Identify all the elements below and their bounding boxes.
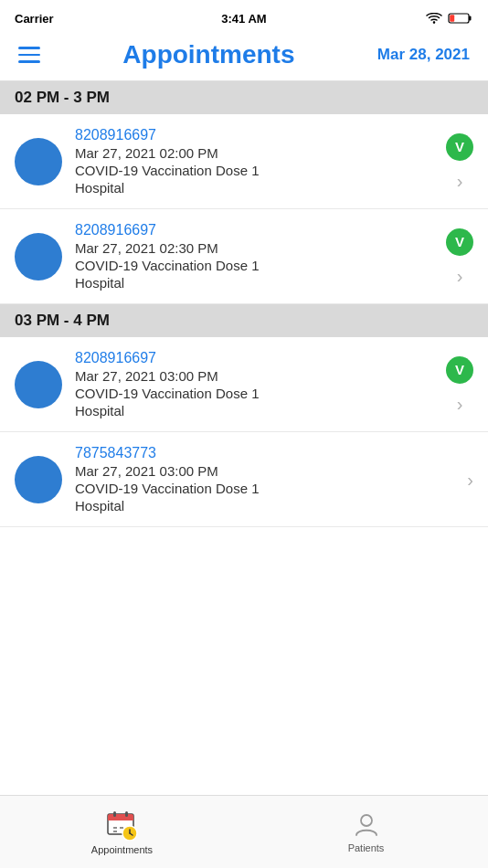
v-badge: V — [446, 133, 473, 161]
appointment-info: 7875843773 Mar 27, 2021 03:00 PM COVID-1… — [75, 445, 458, 513]
page-title: Appointments — [122, 40, 294, 69]
appointment-item[interactable]: 7875843773 Mar 27, 2021 03:00 PM COVID-1… — [0, 432, 488, 527]
carrier-label: Carrier — [15, 12, 54, 26]
avatar — [15, 361, 62, 408]
tab-appointments-label: Appointments — [91, 844, 153, 855]
tab-bar: Appointments Patients — [0, 795, 488, 868]
header-date: Mar 28, 2021 — [377, 46, 470, 64]
svg-rect-11 — [125, 811, 128, 817]
svg-rect-6 — [108, 819, 133, 820]
appointment-location: Hospital — [75, 275, 437, 291]
appointment-datetime: Mar 27, 2021 02:00 PM — [75, 145, 437, 161]
appointment-phone: 8208916697 — [75, 350, 437, 366]
hamburger-menu-button[interactable] — [18, 47, 40, 63]
appointment-right: V › — [446, 356, 473, 413]
chevron-right-icon: › — [457, 172, 463, 190]
appointment-location: Hospital — [75, 498, 458, 513]
appointment-type: COVID-19 Vaccination Dose 1 — [75, 386, 437, 401]
svg-rect-2 — [469, 16, 472, 21]
chevron-right-icon: › — [467, 471, 473, 489]
appointment-type: COVID-19 Vaccination Dose 1 — [75, 258, 437, 273]
time-label: 3:41 AM — [221, 12, 266, 26]
appointment-datetime: Mar 27, 2021 03:00 PM — [75, 368, 437, 384]
time-section-header-1: 02 PM - 3 PM — [0, 81, 488, 114]
appointment-type: COVID-19 Vaccination Dose 1 — [75, 481, 458, 496]
appointment-info: 8208916697 Mar 27, 2021 03:00 PM COVID-1… — [75, 350, 437, 418]
calendar-clock-icon — [106, 810, 139, 841]
appointment-phone: 8208916697 — [75, 222, 437, 238]
app-header: Appointments Mar 28, 2021 — [0, 33, 488, 81]
person-icon — [353, 811, 380, 839]
status-right-icons — [426, 12, 473, 25]
v-badge: V — [446, 356, 473, 384]
appointment-right: V › — [446, 228, 473, 285]
appointment-info: 8208916697 Mar 27, 2021 02:00 PM COVID-1… — [75, 127, 437, 196]
avatar — [15, 233, 62, 281]
appointment-location: Hospital — [75, 403, 437, 418]
appointment-item[interactable]: 8208916697 Mar 27, 2021 02:00 PM COVID-1… — [0, 114, 488, 209]
chevron-right-icon: › — [457, 395, 463, 413]
appointment-info: 8208916697 Mar 27, 2021 02:30 PM COVID-1… — [75, 222, 437, 291]
v-badge: V — [446, 228, 473, 256]
content-area: 02 PM - 3 PM 8208916697 Mar 27, 2021 02:… — [0, 81, 488, 605]
tab-appointments[interactable]: Appointments — [0, 810, 244, 855]
svg-point-15 — [361, 815, 372, 826]
battery-icon — [448, 12, 473, 25]
svg-point-0 — [433, 21, 435, 23]
appointment-right: › — [467, 471, 473, 489]
appointment-phone: 8208916697 — [75, 127, 437, 143]
appointment-item[interactable]: 8208916697 Mar 27, 2021 03:00 PM COVID-1… — [0, 337, 488, 432]
avatar — [15, 138, 62, 185]
chevron-right-icon: › — [457, 267, 463, 285]
appointment-item[interactable]: 8208916697 Mar 27, 2021 02:30 PM COVID-1… — [0, 209, 488, 304]
appointment-datetime: Mar 27, 2021 02:30 PM — [75, 240, 437, 256]
tab-patients[interactable]: Patients — [244, 811, 488, 853]
appointment-type: COVID-19 Vaccination Dose 1 — [75, 163, 437, 178]
status-bar: Carrier 3:41 AM — [0, 0, 488, 33]
avatar — [15, 456, 62, 503]
svg-rect-10 — [113, 811, 116, 817]
appointment-location: Hospital — [75, 180, 437, 196]
wifi-icon — [426, 13, 442, 25]
time-section-header-2: 03 PM - 4 PM — [0, 304, 488, 337]
appointment-datetime: Mar 27, 2021 03:00 PM — [75, 463, 458, 479]
tab-patients-label: Patients — [348, 842, 385, 853]
svg-rect-3 — [450, 15, 454, 22]
appointment-phone: 7875843773 — [75, 445, 458, 461]
appointment-right: V › — [446, 133, 473, 190]
